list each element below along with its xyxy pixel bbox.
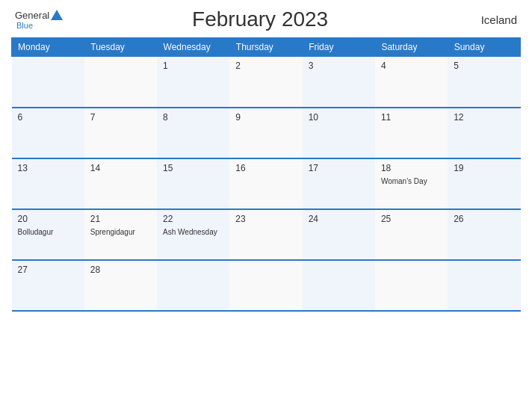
calendar-week-row: 12345 bbox=[12, 57, 521, 108]
day-number: 18 bbox=[381, 163, 442, 173]
header-monday: Monday bbox=[12, 38, 84, 57]
day-number: 26 bbox=[454, 214, 514, 224]
calendar-cell bbox=[229, 260, 302, 311]
calendar-cell: 16 bbox=[229, 158, 302, 209]
day-number: 1 bbox=[163, 61, 223, 71]
event-label: Bolludagur bbox=[18, 228, 54, 236]
logo: General Blue bbox=[15, 10, 63, 30]
day-number: 9 bbox=[235, 112, 296, 123]
calendar-cell bbox=[375, 260, 448, 311]
calendar-cell: 9 bbox=[229, 108, 302, 158]
calendar-cell: 26 bbox=[448, 209, 520, 260]
calendar-cell: 27 bbox=[12, 260, 84, 311]
day-number: 16 bbox=[235, 163, 296, 173]
day-number: 6 bbox=[18, 112, 78, 123]
calendar-cell bbox=[12, 57, 84, 108]
calendar-week-row: 20Bolludagur21Sprengidagur22Ash Wednesda… bbox=[12, 209, 521, 260]
event-label: Sprengidagur bbox=[90, 228, 135, 236]
calendar-cell: 5 bbox=[448, 57, 520, 108]
header-wednesday: Wednesday bbox=[157, 38, 229, 57]
calendar-cell: 23 bbox=[229, 209, 302, 260]
day-number: 22 bbox=[163, 214, 223, 224]
calendar-cell: 4 bbox=[375, 57, 448, 108]
day-number: 7 bbox=[90, 112, 151, 123]
calendar-cell: 10 bbox=[303, 108, 375, 158]
day-number: 3 bbox=[309, 61, 369, 71]
calendar-cell: 6 bbox=[12, 108, 84, 158]
calendar-cell: 21Sprengidagur bbox=[84, 209, 157, 260]
header-thursday: Thursday bbox=[229, 38, 302, 57]
day-number: 10 bbox=[309, 112, 369, 123]
day-number: 27 bbox=[18, 265, 78, 275]
day-number: 8 bbox=[163, 112, 223, 123]
calendar-cell bbox=[84, 57, 157, 108]
header-sunday: Sunday bbox=[448, 38, 520, 57]
day-number: 19 bbox=[454, 163, 514, 173]
day-number: 24 bbox=[309, 214, 369, 224]
calendar-cell: 20Bolludagur bbox=[12, 209, 84, 260]
day-number: 23 bbox=[235, 214, 296, 224]
day-number: 2 bbox=[235, 61, 296, 71]
header: General Blue February 2023 Iceland bbox=[11, 7, 521, 31]
header-friday: Friday bbox=[303, 38, 375, 57]
day-number: 25 bbox=[381, 214, 442, 224]
event-label: Woman's Day bbox=[381, 177, 427, 185]
day-number: 17 bbox=[309, 163, 369, 173]
calendar-cell: 7 bbox=[84, 108, 157, 158]
day-number: 11 bbox=[381, 112, 442, 123]
logo-general-text: General bbox=[15, 10, 49, 21]
calendar-cell: 1 bbox=[157, 57, 229, 108]
calendar-cell: 28 bbox=[84, 260, 157, 311]
calendar-cell: 18Woman's Day bbox=[375, 158, 448, 209]
day-number: 4 bbox=[381, 61, 442, 71]
calendar-week-row: 131415161718Woman's Day19 bbox=[12, 158, 521, 209]
country-label: Iceland bbox=[457, 13, 517, 26]
day-number: 13 bbox=[18, 163, 78, 173]
calendar-week-row: 2728 bbox=[12, 260, 521, 311]
calendar-cell: 14 bbox=[84, 158, 157, 209]
calendar-cell: 2 bbox=[229, 57, 302, 108]
calendar-cell: 19 bbox=[448, 158, 520, 209]
page-title: February 2023 bbox=[63, 7, 457, 31]
day-number: 21 bbox=[90, 214, 151, 224]
calendar-cell: 17 bbox=[303, 158, 375, 209]
day-number: 20 bbox=[18, 214, 78, 224]
event-label: Ash Wednesday bbox=[163, 228, 217, 236]
day-number: 14 bbox=[90, 163, 151, 173]
calendar-table: Monday Tuesday Wednesday Thursday Friday… bbox=[11, 37, 521, 312]
calendar-cell: 8 bbox=[157, 108, 229, 158]
calendar-cell: 13 bbox=[12, 158, 84, 209]
header-tuesday: Tuesday bbox=[84, 38, 157, 57]
calendar-cell: 15 bbox=[157, 158, 229, 209]
calendar-cell bbox=[157, 260, 229, 311]
weekday-header-row: Monday Tuesday Wednesday Thursday Friday… bbox=[12, 38, 521, 57]
calendar-cell: 3 bbox=[303, 57, 375, 108]
calendar-cell: 11 bbox=[375, 108, 448, 158]
calendar-page: General Blue February 2023 Iceland Monda… bbox=[0, 0, 532, 411]
calendar-week-row: 6789101112 bbox=[12, 108, 521, 158]
calendar-cell bbox=[448, 260, 520, 311]
header-saturday: Saturday bbox=[375, 38, 448, 57]
day-number: 12 bbox=[454, 112, 514, 123]
calendar-cell: 12 bbox=[448, 108, 520, 158]
logo-triangle-icon bbox=[51, 10, 63, 20]
calendar-cell bbox=[303, 260, 375, 311]
calendar-cell: 24 bbox=[303, 209, 375, 260]
calendar-cell: 22Ash Wednesday bbox=[157, 209, 229, 260]
day-number: 28 bbox=[90, 265, 151, 275]
day-number: 5 bbox=[454, 61, 514, 71]
day-number: 15 bbox=[163, 163, 223, 173]
calendar-cell: 25 bbox=[375, 209, 448, 260]
logo-blue-text: Blue bbox=[16, 21, 33, 30]
